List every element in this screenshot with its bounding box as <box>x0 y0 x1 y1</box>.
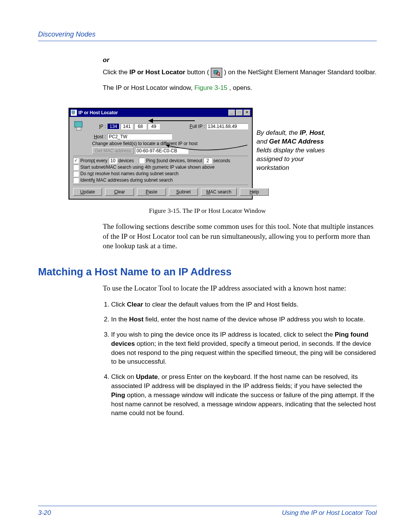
ip-host-locator-toolbar-icon[interactable] <box>211 68 222 78</box>
prompt-every-checkbox[interactable]: ✓ <box>73 158 79 163</box>
mac-field[interactable]: 00-60-97-6E-C0-CB <box>135 148 188 154</box>
step-1: Click Clear to clear the default values … <box>111 300 377 309</box>
host-label: Host : <box>88 134 107 139</box>
host-field[interactable]: PC2_TW <box>107 134 172 140</box>
figure-block: IP or Host Locator _ □ × <box>68 108 377 200</box>
header-divider <box>38 41 377 41</box>
following-paragraph: The following sections describe some com… <box>103 222 377 251</box>
step-3: If you wish to ping the device once its … <box>111 330 377 366</box>
ping-found-label-b: seconds <box>213 158 230 163</box>
app-icon <box>71 110 77 116</box>
change-note: Change above field(s) to locate a differ… <box>92 141 248 146</box>
close-button[interactable]: × <box>244 110 250 116</box>
svg-rect-4 <box>72 111 75 113</box>
ping-found-label-a: Ping found devices, timeout <box>146 158 202 163</box>
dialog-title: IP or Host Locator <box>78 110 118 115</box>
minimize-button[interactable]: _ <box>228 110 235 116</box>
divider <box>73 185 248 185</box>
prompt-every-label-a: Prompt every <box>80 158 107 163</box>
text: The IP or Host Locator window, <box>103 84 194 91</box>
text: , opens. <box>229 84 252 91</box>
ping-timeout-field[interactable]: 2 <box>204 158 212 164</box>
or-label: or <box>103 56 377 64</box>
step-2: In the Host field, enter the host name o… <box>111 315 377 324</box>
figure-callout: By default, the IP, Host, and Get MAC Ad… <box>256 108 335 173</box>
svg-rect-8 <box>76 127 81 130</box>
no-resolve-checkbox[interactable] <box>73 171 79 177</box>
page-number: 3-20 <box>38 509 51 517</box>
section-heading: Matching a Host Name to an IP Address <box>38 266 377 278</box>
figure-caption: Figure 3-15. The IP or Host Locator Wind… <box>38 207 377 215</box>
start-subnet-checkbox[interactable] <box>73 165 79 170</box>
subnet-button[interactable]: Subnet <box>169 188 198 196</box>
clear-button[interactable]: Clear <box>105 188 134 196</box>
divider <box>73 156 248 156</box>
svg-rect-7 <box>75 121 82 127</box>
get-mac-button[interactable]: Get MAC address <box>92 147 134 154</box>
prompt-every-label-b: devices <box>118 158 134 163</box>
ip-octet-3[interactable]: 68 <box>134 123 147 129</box>
intro-paragraph-1: Click the IP or Host Locator button ( ) … <box>103 68 377 78</box>
breadcrumb: Discovering Nodes <box>38 30 377 38</box>
text: button ( <box>187 69 211 76</box>
identify-mac-checkbox[interactable] <box>73 177 79 183</box>
ip-octet-2[interactable]: 141 <box>121 123 133 129</box>
ip-host-locator-name: IP or Host Locator <box>129 69 185 76</box>
ip-octet-1[interactable]: 134 <box>107 123 119 129</box>
computer-icon <box>73 120 86 133</box>
svg-line-3 <box>219 75 220 76</box>
identify-mac-label: Identify MAC addresses during subnet sea… <box>80 177 173 183</box>
help-button[interactable]: Help <box>240 188 269 196</box>
text: ) on the NetSight Element Manager Standa… <box>224 69 377 76</box>
start-subnet-label: Start subnet/MAC search using 4th numeri… <box>80 165 215 170</box>
update-button[interactable]: Update <box>73 188 102 196</box>
ip-label: IP : <box>88 124 107 129</box>
full-ip-label: Full IP : <box>190 124 205 129</box>
figure-crossref[interactable]: Figure 3-15 <box>194 84 228 91</box>
text: Click the <box>103 69 129 76</box>
ip-octet-4[interactable]: 49 <box>148 123 160 129</box>
intro-paragraph-2: The IP or Host Locator window, Figure 3-… <box>103 84 377 93</box>
footer-right: Using the IP or Host Locator Tool <box>282 509 377 517</box>
ping-found-checkbox[interactable] <box>139 158 145 163</box>
maximize-button[interactable]: □ <box>236 110 243 116</box>
no-resolve-label: Do not resolve host names during subnet … <box>80 171 178 176</box>
macsearch-button[interactable]: MAC search <box>201 188 237 196</box>
ip-host-locator-dialog: IP or Host Locator _ □ × <box>68 108 253 200</box>
paste-button[interactable]: Paste <box>137 188 166 196</box>
section-lead: To use the Locator Tool to locate the IP… <box>103 283 377 293</box>
prompt-every-field[interactable]: 10 <box>109 158 117 164</box>
page-footer: 3-20 Using the IP or Host Locator Tool <box>38 506 377 517</box>
step-list: Click Clear to clear the default values … <box>103 300 377 418</box>
step-4: Click on Update, or press Enter on the k… <box>111 372 377 418</box>
dialog-titlebar[interactable]: IP or Host Locator _ □ × <box>69 109 252 117</box>
svg-rect-5 <box>73 113 74 114</box>
full-ip-field[interactable]: 134.141.68.49 <box>206 123 248 129</box>
